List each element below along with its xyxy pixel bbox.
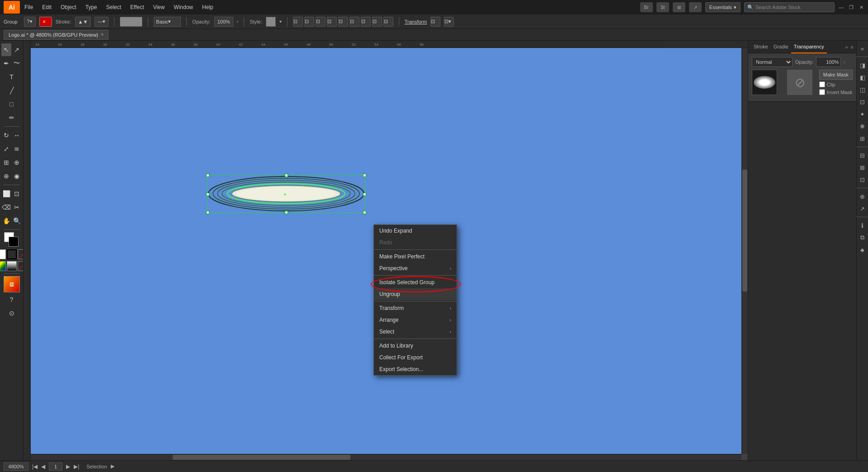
right-btn-brush[interactable]: ✦ bbox=[858, 109, 868, 119]
color-icon[interactable] bbox=[0, 261, 6, 271]
opacity-input[interactable] bbox=[816, 57, 841, 67]
handle-mr[interactable] bbox=[363, 193, 366, 196]
scale-tool[interactable]: ⤢ bbox=[1, 143, 11, 155]
align-btn-5[interactable]: ⊡ bbox=[338, 17, 348, 27]
stroke-weight-input[interactable]: ▲▼ bbox=[75, 17, 91, 27]
menu-effect[interactable]: Effect bbox=[128, 3, 146, 11]
color-swatches[interactable] bbox=[4, 232, 19, 248]
right-btn-type[interactable]: ⊡ bbox=[858, 97, 868, 107]
ctx-add-library[interactable]: Add to Library bbox=[374, 340, 457, 352]
question-tool[interactable]: ? bbox=[5, 293, 19, 306]
none-small-icon[interactable] bbox=[18, 261, 24, 271]
live-paint-tool[interactable]: ◉ bbox=[12, 170, 22, 182]
question-btn[interactable]: ?▾ bbox=[24, 17, 36, 27]
handle-bl[interactable] bbox=[206, 211, 209, 214]
right-btn-layer[interactable]: ◧ bbox=[858, 72, 868, 82]
warp-tool[interactable]: ≋ bbox=[12, 143, 22, 155]
menu-help[interactable]: Help bbox=[200, 3, 215, 11]
blend-mode-select[interactable]: Normal bbox=[752, 57, 793, 67]
nav-next[interactable]: ▶ bbox=[66, 463, 70, 470]
document-tab[interactable]: Logo.ai * @ 4800% (RGB/GPU Preview) × bbox=[4, 30, 108, 40]
clip-checkbox[interactable] bbox=[819, 81, 825, 87]
direct-selection-tool[interactable]: ↗ bbox=[12, 43, 22, 56]
slice-tool[interactable]: ⊡ bbox=[12, 187, 22, 200]
minimize-button[interactable]: — bbox=[838, 4, 844, 10]
ctx-perspective[interactable]: Perspective › bbox=[374, 262, 457, 274]
transform-label[interactable]: Transform bbox=[405, 19, 427, 24]
stroke-icon[interactable] bbox=[7, 249, 17, 259]
rotate-tool[interactable]: ↻ bbox=[1, 129, 11, 142]
scroll-horizontal[interactable] bbox=[31, 454, 741, 460]
right-btn-gradient[interactable]: ◫ bbox=[858, 85, 868, 95]
mask-preview-1[interactable] bbox=[752, 70, 777, 95]
nav-prev[interactable]: ◀ bbox=[41, 463, 45, 470]
transform-options[interactable]: ⊡ bbox=[430, 17, 440, 27]
page-input[interactable] bbox=[49, 462, 62, 471]
right-btn-export[interactable]: ↗ bbox=[858, 204, 868, 214]
scissors-tool[interactable]: ✂ bbox=[12, 201, 22, 214]
align-btn-8[interactable]: ⊡ bbox=[372, 17, 382, 27]
right-btn-align[interactable]: ⊟ bbox=[858, 150, 868, 160]
artboard-preview[interactable]: 🖼 bbox=[4, 276, 20, 292]
align-btn-2[interactable]: ⊡ bbox=[304, 17, 314, 27]
ctx-make-pixel-perfect[interactable]: Make Pixel Perfect bbox=[374, 251, 457, 262]
panel-tab-gradient[interactable]: Gradie bbox=[771, 41, 791, 53]
canvas-area[interactable]: 24 26 28 30 32 34 36 38 40 42 44 46 48 5… bbox=[24, 41, 748, 460]
free-transform-tool[interactable]: ⊞ bbox=[1, 156, 11, 169]
line-tool[interactable]: ╱ bbox=[5, 84, 19, 97]
hand-tool[interactable]: ✋ bbox=[1, 215, 11, 227]
menu-type[interactable]: Type bbox=[84, 3, 99, 11]
ctx-isolate-group[interactable]: Isolate Selected Group bbox=[374, 277, 457, 288]
invert-mask-checkbox[interactable] bbox=[819, 89, 825, 95]
ctx-undo-expand[interactable]: Undo Expand bbox=[374, 225, 457, 237]
right-btn-pathfinder[interactable]: ⊠ bbox=[858, 162, 868, 172]
scroll-vertical[interactable] bbox=[741, 48, 748, 454]
search-stock-input[interactable]: 🔍 Search Adobe Stock bbox=[744, 2, 835, 12]
none-icon[interactable] bbox=[18, 249, 24, 259]
grid-icon[interactable]: ⊞ bbox=[673, 2, 685, 12]
essentials-button[interactable]: Essentials ▾ bbox=[705, 2, 741, 12]
eraser-tool[interactable]: ⌫ bbox=[1, 201, 11, 214]
menu-object[interactable]: Object bbox=[59, 3, 78, 11]
menu-edit[interactable]: Edit bbox=[40, 3, 53, 11]
logo-object[interactable]: + bbox=[207, 175, 365, 213]
right-btn-props[interactable]: ℹ bbox=[858, 220, 868, 230]
scroll-thumb-h[interactable] bbox=[173, 455, 350, 460]
eyedropper-tool[interactable]: ⊙ bbox=[5, 307, 19, 319]
ctx-arrange[interactable]: Arrange › bbox=[374, 314, 457, 326]
maximize-button[interactable]: ❐ bbox=[848, 4, 854, 10]
align-btn-3[interactable]: ⊡ bbox=[316, 17, 326, 27]
status-play-btn[interactable]: ▶ bbox=[111, 463, 114, 469]
type-tool[interactable]: T bbox=[5, 71, 19, 83]
panel-tab-transparency[interactable]: Transparency bbox=[791, 41, 827, 53]
right-btn-transform[interactable]: ⊡ bbox=[858, 175, 868, 185]
background-swatch[interactable] bbox=[9, 237, 19, 247]
right-btn-symbol[interactable]: ❋ bbox=[858, 121, 868, 131]
handle-ml[interactable] bbox=[206, 193, 209, 196]
center-handle[interactable]: + bbox=[283, 191, 287, 198]
zoom-input[interactable] bbox=[4, 462, 28, 471]
handle-bm[interactable] bbox=[285, 211, 288, 214]
right-btn-libraries[interactable]: ♣ bbox=[858, 245, 868, 255]
close-button[interactable]: ✕ bbox=[858, 4, 864, 10]
handle-tm[interactable] bbox=[285, 174, 288, 177]
style-swatch[interactable] bbox=[266, 17, 276, 27]
gradient-icon[interactable] bbox=[7, 261, 17, 271]
panel-tab-stroke[interactable]: Stroke bbox=[751, 41, 771, 53]
nav-first[interactable]: |◀ bbox=[32, 463, 38, 470]
opacity-value[interactable]: 100% bbox=[214, 17, 233, 27]
right-btn-color[interactable]: ◨ bbox=[858, 60, 868, 70]
align-btn-7[interactable]: ⊡ bbox=[361, 17, 371, 27]
stock-icon[interactable]: St bbox=[656, 2, 669, 12]
shape-builder-tool[interactable]: ⊕ bbox=[1, 170, 11, 182]
share-icon[interactable]: ↗ bbox=[689, 2, 702, 12]
right-btn-expand[interactable]: « bbox=[858, 43, 868, 53]
ctx-collect-export[interactable]: Collect For Export bbox=[374, 352, 457, 363]
rect-tool[interactable]: □ bbox=[5, 98, 19, 110]
zoom-tool[interactable]: 🔍 bbox=[12, 215, 22, 227]
puppet-warp-tool[interactable]: ⊕ bbox=[12, 156, 22, 169]
canvas-document[interactable]: + Undo Expand Redo Make Pixel Perfect Pe… bbox=[31, 48, 741, 454]
right-btn-layers[interactable]: ⧉ bbox=[858, 233, 868, 243]
fill-icon[interactable] bbox=[0, 249, 6, 259]
panel-expand-icon[interactable]: » bbox=[845, 44, 848, 50]
